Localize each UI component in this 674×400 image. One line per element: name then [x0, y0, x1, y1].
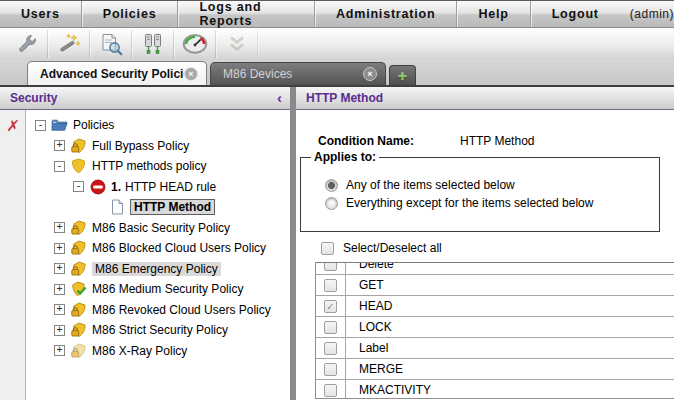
expand-toggle[interactable]: + — [54, 222, 65, 233]
tree-item-m86-x-ray-policy[interactable]: + M86 X-Ray Policy — [27, 341, 290, 362]
wizard-wand-icon[interactable] — [48, 30, 90, 58]
menu-help[interactable]: Help — [457, 1, 530, 27]
expand-toggle[interactable]: + — [54, 304, 65, 315]
expand-toggle[interactable]: + — [54, 284, 65, 295]
menu-policies[interactable]: Policies — [82, 1, 179, 27]
tree-item-label: M86 Blocked Cloud Users Policy — [92, 241, 266, 255]
tree-item-m86-blocked-cloud-users-policy[interactable]: + M86 Blocked Cloud Users Policy — [27, 238, 290, 259]
close-tab-icon[interactable]: × — [184, 67, 198, 81]
tab-label: Advanced Security Policies — [40, 67, 184, 81]
method-checkbox[interactable] — [324, 262, 337, 271]
tree-item-label: Policies — [73, 118, 114, 132]
radio-row-any: Any of the items selected below — [325, 178, 659, 192]
shield-lock-faded-icon — [70, 343, 87, 359]
method-row-lock[interactable]: LOCK — [316, 317, 674, 338]
method-row-merge[interactable]: MERGE — [316, 359, 674, 380]
tree-item-m86-revoked-cloud-users-policy[interactable]: + M86 Revoked Cloud Users Policy — [27, 300, 290, 321]
condition-detail-panel: HTTP Method Condition Name: HTTP Method … — [296, 87, 674, 400]
shield-lock-icon — [70, 261, 87, 277]
select-deselect-all-row: Select/Deselect all — [321, 241, 442, 255]
radio-everything-except[interactable] — [325, 197, 338, 210]
tree-item-label: M86 Basic Security Policy — [92, 221, 230, 235]
method-checkbox[interactable] — [324, 384, 337, 397]
tree-item-http-method[interactable]: HTTP Method — [27, 197, 290, 218]
left-panel-header: Security ‹ — [0, 87, 290, 110]
condition-name-value: HTTP Method — [460, 134, 534, 148]
expand-toggle[interactable]: + — [54, 325, 65, 336]
method-row-mkactivity[interactable]: MKACTIVITY — [316, 380, 674, 399]
shield-icon — [70, 158, 87, 174]
applies-to-legend: Applies to: — [311, 150, 379, 164]
radio-row-everything-except: Everything except for the items selected… — [325, 196, 659, 210]
shield-lock-icon — [70, 138, 87, 154]
method-checkbox[interactable] — [324, 342, 337, 355]
menu-logs-and-reports[interactable]: Logs and Reports — [178, 1, 315, 27]
radio-label: Everything except for the items selected… — [346, 196, 593, 210]
method-row-label[interactable]: Label — [316, 338, 674, 359]
menu-logout[interactable]: Logout — [531, 1, 620, 27]
expand-toggle[interactable]: + — [54, 140, 65, 151]
method-row-get[interactable]: GET — [316, 275, 674, 296]
shield-lock-icon — [70, 302, 87, 318]
new-tab-button[interactable]: + — [389, 65, 416, 85]
applies-to-group: Applies to: Any of the items selected be… — [300, 150, 660, 232]
select-all-label: Select/Deselect all — [343, 241, 442, 255]
method-checkbox-checked[interactable]: ✓ — [324, 300, 337, 313]
app-window: Users Policies Logs and Reports Administ… — [0, 0, 674, 400]
wrench-icon[interactable] — [6, 30, 48, 58]
shield-lock-icon — [70, 322, 87, 338]
expand-toggle[interactable]: - — [73, 181, 84, 192]
tree-item-label: M86 Strict Security Policy — [92, 323, 228, 337]
method-label: MERGE — [346, 362, 403, 376]
tree-item-label: M86 X-Ray Policy — [92, 344, 187, 358]
tree-item-label: HTTP methods policy — [92, 159, 207, 173]
close-tab-icon[interactable]: × — [363, 67, 377, 81]
document-icon — [108, 199, 125, 215]
tree-item-http-head-rule[interactable]: - 1. HTTP HEAD rule — [27, 177, 290, 198]
tree-action-rail: ✗ — [0, 110, 26, 400]
content-area: Security ‹ ✗ - Policies — [0, 87, 674, 400]
tree-item-m86-medium-security-policy[interactable]: + M86 Medium Security Policy — [27, 279, 290, 300]
condition-name-label: Condition Name: — [318, 134, 414, 148]
tree-item-policies[interactable]: - Policies — [27, 115, 290, 136]
log-search-icon[interactable] — [90, 30, 132, 58]
expand-toggle[interactable]: + — [54, 263, 65, 274]
radio-any-of-items[interactable] — [325, 179, 338, 192]
expand-toggle[interactable]: - — [35, 120, 46, 131]
left-panel-title: Security — [10, 91, 57, 105]
tree-item-m86-strict-security-policy[interactable]: + M86 Strict Security Policy — [27, 320, 290, 341]
right-panel-header: HTTP Method — [296, 87, 674, 110]
collapse-panel-icon[interactable]: ‹ — [277, 91, 282, 105]
tree-item-label: Full Bypass Policy — [92, 139, 189, 153]
select-all-checkbox[interactable] — [321, 242, 334, 255]
method-checkbox[interactable] — [324, 321, 337, 334]
expand-toggle[interactable]: + — [54, 243, 65, 254]
method-checkbox[interactable] — [324, 363, 337, 376]
tab-m86-devices[interactable]: M86 Devices × — [210, 62, 386, 85]
delete-node-icon[interactable]: ✗ — [4, 117, 22, 135]
devices-icon[interactable] — [132, 30, 174, 58]
rule-number: 1. — [111, 180, 121, 194]
tab-advanced-security-policies[interactable]: Advanced Security Policies × — [27, 61, 207, 85]
method-row-delete[interactable]: Delete — [316, 262, 674, 275]
method-label: Label — [346, 341, 388, 355]
tree-item-label: HTTP HEAD rule — [125, 180, 216, 194]
tab-bar: Advanced Security Policies × M86 Devices… — [0, 60, 674, 87]
block-rule-icon — [89, 179, 106, 195]
collapse-chevrons-icon[interactable] — [216, 30, 258, 58]
method-row-head[interactable]: ✓ HEAD — [316, 296, 674, 317]
menu-users[interactable]: Users — [0, 1, 82, 27]
dashboard-gauge-icon[interactable] — [174, 30, 216, 58]
tree-item-http-methods-policy[interactable]: - HTTP methods policy — [27, 156, 290, 177]
tree-item-m86-basic-security-policy[interactable]: + M86 Basic Security Policy — [27, 218, 290, 239]
expand-toggle[interactable]: + — [54, 345, 65, 356]
tree-item-label-highlighted: M86 Emergency Policy — [92, 262, 221, 276]
tree-item-m86-emergency-policy[interactable]: + M86 Emergency Policy — [27, 259, 290, 280]
menu-administration[interactable]: Administration — [315, 1, 457, 27]
plus-icon: + — [398, 68, 407, 83]
method-label: LOCK — [346, 320, 392, 334]
method-checkbox[interactable] — [324, 279, 337, 292]
expand-toggle[interactable]: - — [54, 161, 65, 172]
tree-item-full-bypass-policy[interactable]: + Full Bypass Policy — [27, 136, 290, 157]
radio-label: Any of the items selected below — [346, 178, 515, 192]
